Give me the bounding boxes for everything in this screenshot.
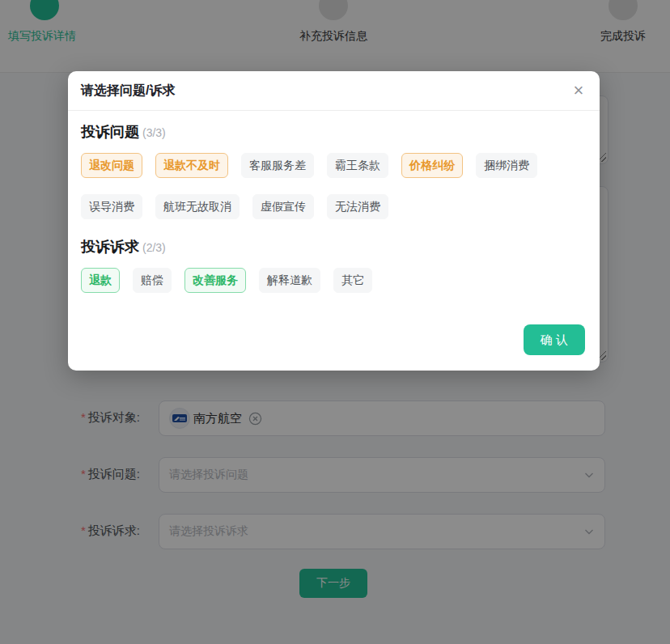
tag-option-selected[interactable]: 价格纠纷 [401,153,463,178]
problem-tag-list: 退改问题退款不及时客服服务差霸王条款价格纠纷捆绑消费误导消费航班无故取消虚假宣传… [81,153,587,219]
tag-option[interactable]: 虚假宣传 [252,194,314,219]
section-title-demands: 投诉诉求(2/3) [81,237,587,256]
tag-option[interactable]: 无法消费 [327,194,388,219]
tag-option[interactable]: 霸王条款 [327,153,388,178]
tag-option-selected[interactable]: 退款不及时 [155,153,228,178]
dialog-body: 投诉问题(3/3) 退改问题退款不及时客服服务差霸王条款价格纠纷捆绑消费误导消费… [68,111,600,293]
tag-option[interactable]: 其它 [333,268,372,293]
dialog-header: 请选择问题/诉求 × [68,71,600,111]
section-title-problems: 投诉问题(3/3) [81,122,587,142]
section-count-problems: (3/3) [142,126,166,139]
tag-option-selected[interactable]: 退改问题 [81,153,142,178]
section-count-demands: (2/3) [142,241,166,254]
complaint-page: 填写投诉详情 补充投诉信息 完成投诉 *投诉对象: 南方航空 [0,0,670,644]
tag-option-selected[interactable]: 退款 [81,268,120,293]
tag-option-selected[interactable]: 改善服务 [184,268,246,293]
tag-option[interactable]: 解释道歉 [259,268,320,293]
select-problem-dialog: 请选择问题/诉求 × 投诉问题(3/3) 退改问题退款不及时客服服务差霸王条款价… [68,71,600,371]
demand-tag-list: 退款赔偿改善服务解释道歉其它 [81,268,587,293]
tag-option[interactable]: 误导消费 [81,194,142,219]
tag-option[interactable]: 航班无故取消 [155,194,240,219]
close-icon[interactable]: × [569,81,588,100]
tag-option[interactable]: 捆绑消费 [476,153,537,178]
dialog-title: 请选择问题/诉求 [81,83,175,100]
tag-option[interactable]: 赔偿 [133,268,172,293]
tag-option[interactable]: 客服服务差 [241,153,314,178]
confirm-button[interactable]: 确 认 [524,324,585,355]
